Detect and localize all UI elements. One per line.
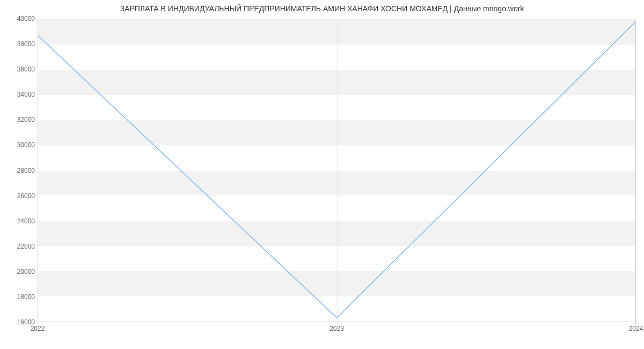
y-tick-label: 38000 — [3, 40, 35, 48]
y-tick-label: 32000 — [3, 116, 35, 123]
y-tick-label: 36000 — [3, 66, 35, 73]
plot-area — [38, 19, 636, 322]
y-tick-label: 20000 — [3, 268, 35, 275]
chart-title: ЗАРПЛАТА В ИНДИВИДУАЛЬНЫЙ ПРЕДПРИНИМАТЕЛ… — [0, 4, 644, 13]
y-tick-label: 22000 — [3, 243, 35, 250]
y-tick-label: 24000 — [3, 217, 35, 225]
y-tick-label: 30000 — [3, 141, 35, 149]
y-tick-label: 18000 — [3, 293, 35, 301]
y-tick-label: 40000 — [3, 15, 35, 23]
series-line — [38, 19, 635, 322]
x-tick-label: 2024 — [629, 325, 643, 332]
series-path — [38, 22, 635, 318]
y-tick-label: 26000 — [3, 192, 35, 200]
x-tick-mark — [337, 322, 338, 325]
y-tick-label: 34000 — [3, 91, 35, 98]
x-tick-mark — [635, 322, 636, 325]
x-tick-label: 2023 — [330, 325, 344, 332]
y-tick-label: 28000 — [3, 167, 35, 174]
salary-line-chart: ЗАРПЛАТА В ИНДИВИДУАЛЬНЫЙ ПРЕДПРИНИМАТЕЛ… — [0, 0, 644, 349]
x-tick-label: 2022 — [31, 325, 45, 332]
x-tick-mark — [38, 322, 38, 325]
